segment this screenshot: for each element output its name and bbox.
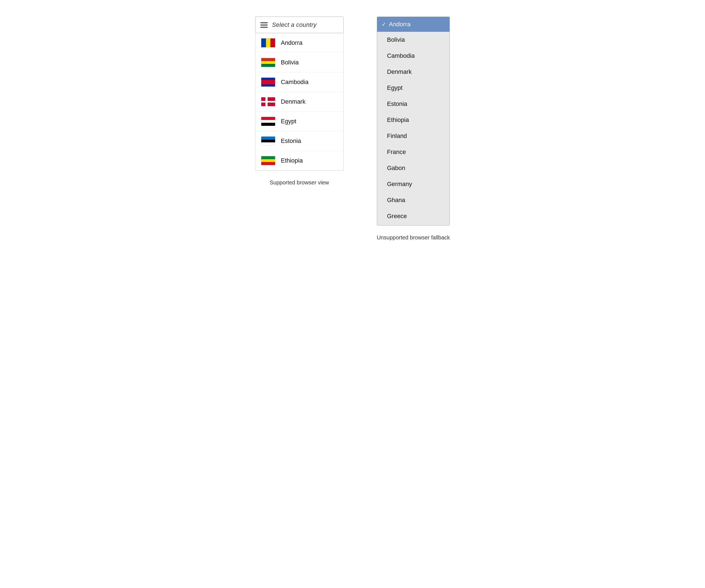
list-item[interactable]: Finland bbox=[377, 128, 450, 144]
flag-cambodia bbox=[261, 78, 275, 87]
list-item[interactable]: Ethiopia bbox=[377, 112, 450, 128]
option-list[interactable]: Bolivia Cambodia Denmark Egypt Estonia E… bbox=[377, 32, 450, 225]
flag-egypt bbox=[261, 117, 275, 126]
list-item[interactable]: Estonia bbox=[377, 96, 450, 112]
country-label: Cambodia bbox=[281, 79, 309, 86]
list-item[interactable]: Egypt bbox=[255, 112, 343, 131]
list-item[interactable]: Gabon bbox=[377, 160, 450, 176]
custom-dropdown[interactable]: Andorra Bolivia bbox=[255, 33, 344, 170]
list-item[interactable]: Germany bbox=[377, 176, 450, 192]
list-item[interactable]: Estonia bbox=[255, 131, 343, 151]
list-item[interactable]: Bolivia bbox=[255, 53, 343, 72]
list-item[interactable]: Ghana bbox=[377, 192, 450, 208]
checkmark-icon: ✓ bbox=[381, 21, 386, 28]
country-label: Denmark bbox=[281, 98, 306, 105]
flag-bolivia bbox=[261, 58, 275, 67]
select-placeholder: Select a country bbox=[272, 21, 317, 29]
left-panel: Select a country Andorra Bolivia bbox=[255, 16, 344, 186]
flag-estonia bbox=[261, 136, 275, 146]
list-item[interactable]: France bbox=[377, 144, 450, 160]
flag-denmark bbox=[261, 97, 275, 106]
list-item[interactable]: Egypt bbox=[377, 80, 450, 96]
list-item[interactable]: Guatemala bbox=[377, 224, 450, 225]
select-trigger[interactable]: Select a country bbox=[255, 16, 344, 33]
native-select[interactable]: ✓ Andorra Bolivia Cambodia Denmark Egypt… bbox=[377, 16, 450, 226]
right-panel: ✓ Andorra Bolivia Cambodia Denmark Egypt… bbox=[377, 16, 450, 241]
page-wrapper: Select a country Andorra Bolivia bbox=[255, 16, 450, 241]
list-item[interactable]: Greece bbox=[377, 208, 450, 224]
selected-value: Andorra bbox=[389, 21, 411, 28]
country-label: Egypt bbox=[281, 118, 296, 125]
custom-select[interactable]: Select a country Andorra Bolivia bbox=[255, 16, 344, 170]
list-item[interactable]: Cambodia bbox=[377, 48, 450, 64]
list-item[interactable]: Andorra bbox=[255, 33, 343, 53]
country-label: Andorra bbox=[281, 39, 302, 46]
flag-andorra bbox=[261, 38, 275, 48]
list-item[interactable]: Ethiopia bbox=[255, 151, 343, 170]
hamburger-line-3 bbox=[261, 27, 268, 28]
hamburger-icon bbox=[261, 22, 268, 28]
right-panel-label: Unsupported browser fallback bbox=[377, 234, 450, 241]
country-label: Bolivia bbox=[281, 59, 299, 66]
list-item[interactable]: Cambodia bbox=[255, 72, 343, 92]
country-label: Estonia bbox=[281, 137, 301, 145]
hamburger-line-2 bbox=[261, 24, 268, 26]
country-label: Ethiopia bbox=[281, 157, 303, 164]
hamburger-line-1 bbox=[261, 22, 268, 23]
list-item[interactable]: Denmark bbox=[377, 64, 450, 80]
left-panel-label: Supported browser view bbox=[270, 180, 329, 186]
flag-ethiopia bbox=[261, 156, 275, 165]
list-item[interactable]: Denmark bbox=[255, 92, 343, 112]
list-item[interactable]: Bolivia bbox=[377, 32, 450, 48]
selected-option[interactable]: ✓ Andorra bbox=[377, 17, 450, 32]
